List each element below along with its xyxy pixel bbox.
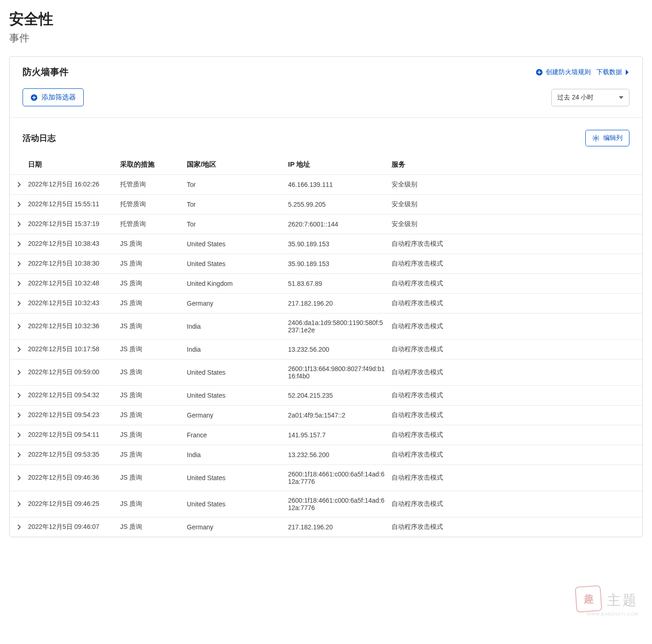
expand-row-button[interactable] bbox=[10, 202, 28, 207]
page-title: 安全性 bbox=[9, 9, 643, 29]
expand-row-button[interactable] bbox=[10, 301, 28, 306]
cell-service: 安全级别 bbox=[392, 200, 484, 209]
add-filter-label: 添加筛选器 bbox=[41, 93, 76, 102]
create-rule-label: 创建防火墙规则 bbox=[546, 68, 591, 76]
cell-ip: 35.90.189.153 bbox=[288, 240, 392, 248]
table-row[interactable]: 2022年12月5日 09:54:23JS 质询Germany2a01:4f9:… bbox=[10, 405, 642, 425]
table-row[interactable]: 2022年12月5日 10:38:43JS 质询United States35.… bbox=[10, 234, 642, 254]
table-row[interactable]: 2022年12月5日 09:54:32JS 质询United States52.… bbox=[10, 385, 642, 405]
caret-down-icon bbox=[619, 96, 623, 99]
cell-ip: 46.166.139.111 bbox=[288, 181, 392, 188]
cell-action: JS 质询 bbox=[120, 240, 187, 248]
create-firewall-rule-link[interactable]: 创建防火墙规则 bbox=[536, 68, 591, 76]
cell-ip: 2600:1f18:4661:c000:6a5f:14ad:612a:7776 bbox=[288, 497, 392, 511]
cell-date: 2022年12月5日 15:55:11 bbox=[28, 200, 120, 209]
cell-date: 2022年12月5日 10:32:36 bbox=[28, 322, 120, 331]
expand-row-button[interactable] bbox=[10, 475, 28, 481]
cell-date: 2022年12月5日 09:54:23 bbox=[28, 411, 120, 419]
cell-ip: 2a01:4f9:5a:1547::2 bbox=[288, 412, 392, 419]
cell-service: 自动程序攻击模式 bbox=[392, 451, 484, 459]
add-filter-button[interactable]: 添加筛选器 bbox=[23, 88, 84, 106]
table-row[interactable]: 2022年12月5日 09:46:36JS 质询United States260… bbox=[10, 464, 642, 491]
expand-row-button[interactable] bbox=[10, 182, 28, 187]
table-row[interactable]: 2022年12月5日 10:32:43JS 质询Germany217.182.1… bbox=[10, 293, 642, 313]
cell-service: 自动程序攻击模式 bbox=[392, 500, 484, 508]
cell-service: 自动程序攻击模式 bbox=[392, 345, 484, 354]
cell-country: France bbox=[187, 431, 288, 439]
edit-columns-label: 编辑列 bbox=[603, 134, 623, 142]
table-row[interactable]: 2022年12月5日 10:38:30JS 质询United States35.… bbox=[10, 254, 642, 273]
cell-date: 2022年12月5日 09:54:11 bbox=[28, 431, 120, 439]
table-row[interactable]: 2022年12月5日 09:53:35JS 质询India13.232.56.2… bbox=[10, 445, 642, 464]
expand-row-button[interactable] bbox=[10, 347, 28, 352]
table-header-row: 日期 采取的措施 国家/地区 IP 地址 服务 bbox=[10, 155, 642, 174]
expand-row-button[interactable] bbox=[10, 501, 28, 507]
expand-row-button[interactable] bbox=[10, 241, 28, 247]
cell-ip: 35.90.189.153 bbox=[288, 260, 392, 267]
cell-country: Germany bbox=[187, 300, 288, 307]
cell-ip: 217.182.196.20 bbox=[288, 523, 392, 531]
download-data-link[interactable]: 下载数据 bbox=[596, 68, 629, 76]
expand-row-button[interactable] bbox=[10, 524, 28, 530]
cell-action: JS 质询 bbox=[120, 299, 187, 307]
cell-country: India bbox=[187, 451, 288, 458]
cell-date: 2022年12月5日 10:32:43 bbox=[28, 299, 120, 307]
cell-date: 2022年12月5日 15:37:19 bbox=[28, 220, 120, 228]
svg-rect-2 bbox=[537, 72, 541, 73]
table-row[interactable]: 2022年12月5日 09:59:00JS 质询United States260… bbox=[10, 359, 642, 385]
cell-country: United Kingdom bbox=[187, 280, 288, 287]
download-label: 下载数据 bbox=[596, 68, 622, 76]
expand-row-button[interactable] bbox=[10, 261, 28, 267]
chevron-right-icon bbox=[17, 281, 21, 286]
cell-action: 托管质询 bbox=[120, 180, 187, 189]
cell-action: JS 质询 bbox=[120, 474, 187, 482]
gear-icon bbox=[592, 134, 600, 142]
cell-ip: 51.83.67.89 bbox=[288, 280, 392, 287]
expand-row-button[interactable] bbox=[10, 370, 28, 375]
cell-service: 自动程序攻击模式 bbox=[392, 411, 484, 419]
cell-date: 2022年12月5日 09:54:32 bbox=[28, 391, 120, 400]
chevron-right-icon bbox=[17, 452, 21, 458]
expand-row-button[interactable] bbox=[10, 452, 28, 458]
expand-row-button[interactable] bbox=[10, 432, 28, 438]
cell-date: 2022年12月5日 10:32:48 bbox=[28, 279, 120, 288]
table-row[interactable]: 2022年12月5日 09:46:07JS 质询Germany217.182.1… bbox=[10, 517, 642, 537]
table-row[interactable]: 2022年12月5日 15:37:19托管质询Tor2620:7:6001::1… bbox=[10, 214, 642, 234]
expand-row-button[interactable] bbox=[10, 393, 28, 398]
cell-date: 2022年12月5日 09:46:25 bbox=[28, 500, 120, 508]
table-row[interactable]: 2022年12月5日 10:32:36JS 质询India2406:da1a:1… bbox=[10, 313, 642, 339]
cell-action: JS 质询 bbox=[120, 368, 187, 377]
cell-ip: 2600:1f18:4661:c000:6a5f:14ad:612a:7776 bbox=[288, 470, 392, 485]
chevron-right-icon bbox=[17, 202, 21, 207]
cell-ip: 13.232.56.200 bbox=[288, 451, 392, 458]
table-row[interactable]: 2022年12月5日 10:32:48JS 质询United Kingdom51… bbox=[10, 273, 642, 293]
card-header: 防火墙事件 创建防火墙规则 下载数据 bbox=[10, 57, 642, 84]
chevron-right-icon bbox=[17, 475, 21, 481]
table-row[interactable]: 2022年12月5日 16:02:26托管质询Tor46.166.139.111… bbox=[10, 174, 642, 194]
cell-service: 安全级别 bbox=[392, 220, 484, 228]
cell-country: India bbox=[187, 323, 288, 330]
cell-ip: 141.95.157.7 bbox=[288, 431, 392, 439]
cell-country: Germany bbox=[187, 523, 288, 531]
expand-row-button[interactable] bbox=[10, 412, 28, 418]
cell-ip: 52.204.215.235 bbox=[288, 392, 392, 399]
cell-service: 自动程序攻击模式 bbox=[392, 279, 484, 288]
expand-row-button[interactable] bbox=[10, 221, 28, 227]
expand-row-button[interactable] bbox=[10, 281, 28, 286]
table-row[interactable]: 2022年12月5日 15:55:11托管质询Tor5.255.99.205安全… bbox=[10, 194, 642, 214]
table-row[interactable]: 2022年12月5日 09:54:11JS 质询France141.95.157… bbox=[10, 425, 642, 445]
activity-log-header: 活动日志 编辑列 bbox=[10, 118, 642, 155]
cell-country: Tor bbox=[187, 220, 288, 228]
cell-service: 安全级别 bbox=[392, 180, 484, 189]
cell-country: Tor bbox=[187, 201, 288, 208]
expand-row-button[interactable] bbox=[10, 324, 28, 329]
table-row[interactable]: 2022年12月5日 10:17:58JS 质询India13.232.56.2… bbox=[10, 339, 642, 359]
chevron-right-icon bbox=[17, 221, 21, 227]
time-range-select[interactable]: 过去 24 小时 bbox=[551, 89, 629, 106]
table-row[interactable]: 2022年12月5日 09:46:25JS 质询United States260… bbox=[10, 491, 642, 517]
cell-date: 2022年12月5日 10:38:30 bbox=[28, 260, 120, 268]
cell-action: JS 质询 bbox=[120, 279, 187, 288]
edit-columns-button[interactable]: 编辑列 bbox=[585, 130, 629, 146]
cell-ip: 5.255.99.205 bbox=[288, 201, 392, 208]
header-actions: 创建防火墙规则 下载数据 bbox=[536, 68, 629, 76]
